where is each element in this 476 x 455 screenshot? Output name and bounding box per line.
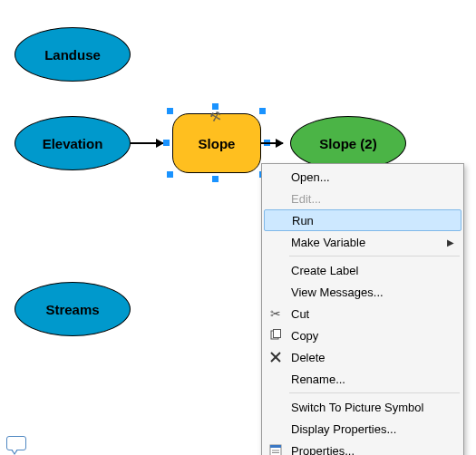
svg-rect-5 [270,445,281,448]
tool-cursor-icon: ⚒ [208,108,223,125]
menu-separator [289,256,460,257]
menu-label: Cut [287,307,458,321]
selection-handle[interactable] [212,176,219,182]
connector-elevation-to-slope[interactable] [131,142,163,144]
menu-item-run[interactable]: Run [264,209,461,231]
node-label: Landuse [44,47,101,63]
menu-label: Rename... [287,373,458,386]
model-canvas[interactable]: Landuse Elevation Streams Slope ⚒ Slope … [0,0,476,455]
submenu-arrow-icon: ▶ [447,237,458,247]
connector-slope-to-output[interactable] [261,142,283,144]
selection-handle[interactable] [167,171,173,178]
node-label: Streams [45,302,99,317]
node-label: Slope (2) [319,136,376,151]
properties-icon [264,444,287,455]
menu-item-display-properties[interactable]: Display Properties... [264,418,461,440]
node-label: Elevation [43,136,103,151]
menu-label: Run [288,214,457,228]
speech-bubble-icon [6,436,26,450]
selection-handle[interactable] [167,108,173,114]
menu-label: Display Properties... [287,422,458,436]
node-elevation[interactable]: Elevation [15,116,131,170]
menu-item-edit: Edit... [264,188,461,209]
menu-label: Switch To Picture Symbol [287,401,458,414]
menu-label: Copy [287,329,458,343]
node-slope-output[interactable]: Slope (2) [290,116,406,170]
svg-rect-1 [274,330,281,338]
scissors-icon: ✂ [264,306,287,321]
menu-label: Delete [287,351,458,364]
menu-item-switch-picture-symbol[interactable]: Switch To Picture Symbol [264,396,461,418]
selection-handle[interactable] [163,140,170,146]
menu-label: Edit... [287,192,458,206]
menu-separator [289,392,460,393]
menu-item-rename[interactable]: Rename... [264,368,461,390]
menu-item-properties[interactable]: Properties... [264,440,461,455]
copy-icon [264,329,287,342]
node-streams[interactable]: Streams [15,282,131,336]
node-label: Slope [199,136,236,151]
menu-item-copy[interactable]: Copy [264,324,461,346]
menu-label: View Messages... [287,286,458,299]
menu-label: Create Label [287,264,458,277]
menu-item-make-variable[interactable]: Make Variable ▶ [264,231,461,253]
menu-label: Make Variable [287,236,447,249]
context-menu: Open... Edit... Run Make Variable ▶ Crea… [261,163,464,455]
menu-label: Properties... [287,444,458,456]
menu-item-delete[interactable]: Delete [264,346,461,368]
menu-item-open[interactable]: Open... [264,166,461,188]
selection-handle[interactable] [259,108,266,114]
menu-item-cut[interactable]: ✂ Cut [264,303,461,324]
menu-item-view-messages[interactable]: View Messages... [264,281,461,303]
node-landuse[interactable]: Landuse [15,27,131,82]
delete-icon [264,351,287,363]
selection-handle[interactable] [212,103,219,110]
menu-label: Open... [287,170,458,184]
menu-item-create-label[interactable]: Create Label [264,259,461,281]
